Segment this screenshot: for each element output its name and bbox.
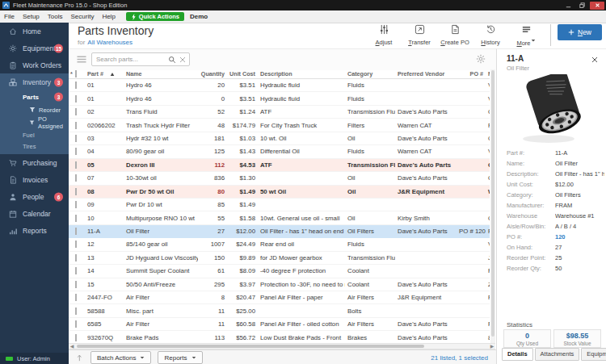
new-button[interactable]: New	[558, 24, 602, 40]
restore-button[interactable]	[576, 2, 588, 10]
menu-item-file[interactable]: File	[0, 13, 19, 20]
table-row[interactable]: 05Dexron III112$4.53ATFTransmission Flui…	[69, 159, 490, 172]
list-view-icon[interactable]	[76, 55, 87, 64]
collapse-panel-arrow-icon[interactable]	[77, 354, 85, 362]
search-icon[interactable]	[168, 56, 176, 64]
close-button[interactable]	[590, 2, 604, 10]
vertical-scrollbar[interactable]	[490, 69, 495, 343]
table-row[interactable]: 08Pwr Dr 50 wt Oil80$1.4950 wt OilOilJ&R…	[69, 186, 490, 199]
transfer-button[interactable]: Transfer	[402, 23, 437, 46]
horizontal-scrollbar[interactable]: ◀ ▶	[69, 343, 495, 349]
table-row[interactable]: 0710-30wt oil836$1.30OilDave's Auto Part…	[69, 172, 490, 185]
table-row[interactable]: 09Pwr Dr 10 wt85$1.49	[69, 199, 490, 211]
table-row[interactable]: 932670QBrake Pads113$56.72Low Dust Brake…	[69, 331, 490, 343]
close-panel-icon[interactable]	[591, 56, 599, 64]
row-checkbox[interactable]	[75, 241, 77, 248]
row-checkbox[interactable]	[75, 320, 77, 328]
sidebar-item-equipment[interactable]: Equipment15	[0, 40, 69, 56]
table-row[interactable]: 0480/90 gear oil125$1.43Differential Oil…	[69, 145, 490, 158]
table-row[interactable]: 1285/140 gear oil1007$24.49Rear end oilF…	[69, 238, 490, 251]
adjust-button[interactable]: Adjust	[366, 23, 402, 46]
row-checkbox[interactable]	[75, 122, 77, 129]
row-checkbox[interactable]	[75, 254, 77, 261]
quick-actions-button[interactable]: Quick Actions	[126, 12, 184, 21]
tab-details[interactable]: Details	[502, 348, 533, 361]
row-checkbox[interactable]	[75, 281, 77, 288]
sidebar-item-calendar[interactable]: Calendar	[0, 205, 69, 222]
column-header-check[interactable]	[75, 70, 85, 77]
column-header-po[interactable]: PO #	[457, 70, 486, 77]
column-header-name[interactable]: Name	[124, 70, 198, 77]
tab-equipment[interactable]: Equipment	[581, 348, 606, 361]
table-row[interactable]: 02Trans Fluid52$1.24ATFTransmission Flui…	[69, 106, 490, 119]
table-row[interactable]: 1550/50 Anti/Freeze295$3.97Protection to…	[69, 278, 490, 291]
sidebar-item-reorder[interactable]: Reorder	[0, 103, 69, 116]
column-settings-gear-icon[interactable]	[476, 54, 486, 64]
menu-item-security[interactable]: Security	[66, 13, 98, 20]
warehouse-filter-link[interactable]: All Warehouses	[87, 39, 133, 46]
row-checkbox[interactable]	[75, 294, 77, 301]
row-checkbox[interactable]	[75, 308, 77, 315]
tab-attachments[interactable]: Attachments	[535, 348, 580, 361]
row-checkbox[interactable]	[75, 161, 77, 169]
table-row[interactable]: 2447-FOAir Filter8$20.47Panel Air Filter…	[69, 291, 490, 304]
table-row[interactable]: 13JD Hyguard Low Viscosity trans150$9.89…	[69, 252, 490, 265]
row-checkbox[interactable]	[75, 148, 77, 155]
sidebar-item-work-orders[interactable]: Work Orders	[0, 56, 69, 73]
menu-item-tools[interactable]: Tools	[44, 13, 67, 20]
select-all-checkbox[interactable]	[75, 70, 77, 77]
row-checkbox[interactable]	[75, 215, 77, 222]
menu-item-setup[interactable]: Setup	[19, 13, 44, 20]
create-po-button[interactable]: Create PO	[437, 23, 473, 46]
table-row[interactable]: 10Multipurpose RNO 10 wt55$1.5810wt. Gen…	[69, 211, 490, 224]
sidebar-item-po-assigned[interactable]: PO Assigned	[0, 116, 69, 129]
column-header-desc[interactable]: Description	[258, 70, 345, 77]
row-checkbox[interactable]	[75, 108, 77, 115]
column-header-category[interactable]: Category	[345, 70, 395, 77]
sidebar-item-people[interactable]: People6	[0, 188, 69, 205]
sidebar-item-tires[interactable]: Tires	[0, 140, 69, 152]
scroll-left-arrow-icon[interactable]: ◀	[69, 344, 75, 349]
column-header-mfr[interactable]: Manufacturer	[486, 70, 490, 77]
table-row[interactable]: 14Summit Super Coolant61$8.09-40 degree …	[69, 265, 490, 278]
column-header-cost[interactable]: Unit Cost	[227, 70, 258, 77]
row-checkbox[interactable]	[75, 201, 77, 208]
reports-button[interactable]: Reports	[158, 351, 202, 364]
column-header-vendor[interactable]: Preferred Vendor	[395, 70, 457, 77]
table-row[interactable]: 02066202Trash Truck Hydr Filter48$174.79…	[69, 119, 490, 132]
menu-item-help[interactable]: Help	[98, 13, 119, 20]
table-row[interactable]: 01Hydro 460$3.51Hydraulic fluidFluidsV	[69, 92, 490, 105]
search-input[interactable]	[92, 55, 168, 64]
row-checkbox[interactable]	[75, 174, 77, 182]
sidebar-item-purchasing[interactable]: Purchasing	[0, 154, 69, 171]
vertical-scrollbar-thumb[interactable]	[491, 70, 494, 337]
column-header-part[interactable]: Part #	[85, 70, 124, 77]
row-checkbox[interactable]	[75, 228, 77, 235]
sidebar-item-parts[interactable]: Parts3	[0, 90, 69, 103]
table-row[interactable]: 6585Air Filter11$60.58Panel Air Filter -…	[69, 318, 490, 331]
row-checkbox[interactable]	[75, 267, 77, 274]
column-header-qty[interactable]: Quantity	[198, 70, 227, 77]
history-button[interactable]: History	[473, 23, 508, 46]
row-checkbox[interactable]	[75, 188, 77, 195]
more-button[interactable]: More	[508, 23, 544, 47]
horizontal-scrollbar-thumb[interactable]	[77, 345, 424, 348]
sidebar-item-invoices[interactable]: Invoices	[0, 171, 69, 188]
row-checkbox[interactable]	[75, 135, 77, 142]
sidebar-item-reports[interactable]: Reports	[0, 222, 69, 239]
batch-actions-button[interactable]: Batch Actions	[90, 351, 151, 364]
table-row[interactable]: 58588Misc. part11$25.00Bolts	[69, 304, 490, 317]
table-row[interactable]: 01Hydro 4620$3.51Hydraulic fluidFluidsV	[69, 79, 490, 92]
row-checkbox[interactable]	[75, 334, 77, 341]
minimize-button[interactable]	[562, 2, 574, 10]
table-row[interactable]: 03Hydr #32 10 wt181$1.0310 wt. OilOilDav…	[69, 132, 490, 145]
scroll-right-arrow-icon[interactable]: ▶	[489, 344, 495, 349]
sidebar-item-home[interactable]: Home	[0, 23, 69, 40]
clear-search-icon[interactable]	[179, 56, 187, 64]
row-checkbox[interactable]	[75, 82, 77, 89]
table-row[interactable]: 11-AOil Filter27$12.00Oil Filter - has 1…	[69, 225, 490, 238]
row-checkbox[interactable]	[75, 95, 77, 103]
sidebar-item-inventory[interactable]: Inventory3	[0, 73, 69, 90]
po-number-link[interactable]: 120	[555, 233, 604, 241]
sidebar-item-fuel[interactable]: Fuel	[0, 129, 69, 140]
